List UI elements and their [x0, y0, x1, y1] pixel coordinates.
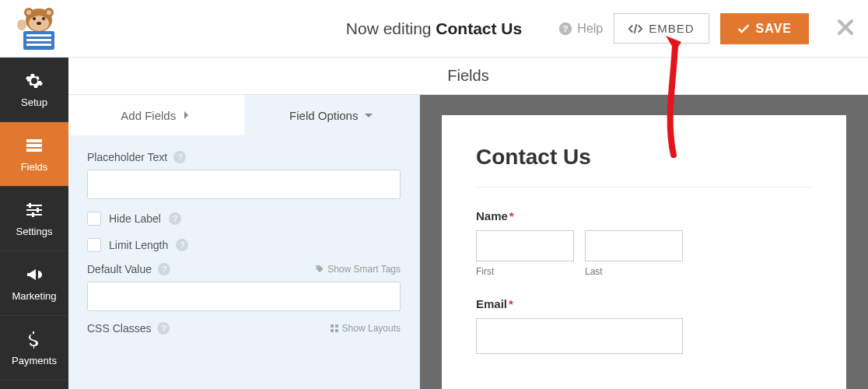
default-value-input[interactable] [87, 282, 401, 311]
placeholder-row: Placeholder Text ? [87, 151, 401, 199]
link-text: Show Layouts [342, 323, 401, 334]
sidebar-item-marketing[interactable]: Marketing [0, 251, 68, 316]
svg-rect-11 [26, 34, 51, 37]
app-logo [8, 6, 62, 51]
options-form: Placeholder Text ? Hide Label ? Limit Le… [68, 135, 419, 344]
embed-button[interactable]: EMBED [614, 13, 709, 44]
tag-icon [315, 265, 324, 274]
required-marker: * [509, 297, 513, 310]
svg-rect-23 [37, 208, 39, 212]
dollar-icon [25, 330, 44, 349]
email-input[interactable] [476, 318, 683, 354]
svg-rect-20 [26, 209, 42, 211]
link-text: Show Smart Tags [327, 264, 401, 275]
save-button[interactable]: SAVE [720, 13, 809, 44]
main-area: Setup Fields Settings Marketing Payments… [0, 58, 868, 389]
list-icon [25, 136, 44, 155]
svg-rect-12 [26, 39, 51, 41]
sidebar-label: Settings [16, 226, 53, 237]
top-bar: Now editing Contact Us ? Help EMBED SAVE [0, 0, 868, 58]
sidebar-item-fields[interactable]: Fields [0, 122, 68, 187]
tab-field-options[interactable]: Field Options [244, 95, 420, 135]
svg-rect-28 [335, 329, 338, 332]
svg-point-7 [42, 17, 45, 20]
last-name-input[interactable] [585, 230, 683, 261]
help-icon[interactable]: ? [173, 151, 186, 163]
show-layouts-link[interactable]: Show Layouts [330, 323, 401, 334]
svg-point-8 [37, 22, 41, 25]
label-text: Default Value [87, 263, 152, 275]
label-text: Placeholder Text [87, 151, 167, 163]
help-icon[interactable]: ? [158, 263, 170, 275]
sidebar-label: Setup [21, 96, 47, 108]
email-label: Email* [476, 297, 812, 310]
svg-point-4 [47, 10, 51, 15]
limit-length-checkbox[interactable] [87, 238, 101, 252]
label-text: Hide Label [109, 212, 161, 225]
code-icon [628, 23, 642, 34]
work-row: Add Fields Field Options Placeholder Tex… [68, 95, 868, 389]
svg-text:?: ? [563, 23, 569, 33]
first-sublabel: First [476, 266, 574, 277]
tab-add-fields[interactable]: Add Fields [68, 95, 244, 135]
help-link[interactable]: ? Help [558, 22, 603, 36]
hide-label-checkbox[interactable] [87, 212, 101, 226]
tab-label: Field Options [289, 109, 358, 122]
form-title: Contact Us [436, 19, 522, 37]
grid-icon [330, 324, 339, 333]
sidebar-label: Payments [12, 355, 57, 366]
top-actions: ? Help EMBED SAVE [558, 13, 823, 44]
chevron-down-icon [364, 110, 373, 120]
editing-prefix: Now editing [346, 19, 436, 37]
label-text: Limit Length [109, 239, 168, 251]
svg-rect-18 [26, 149, 42, 152]
svg-point-6 [33, 17, 36, 20]
sidebar: Setup Fields Settings Marketing Payments [0, 58, 68, 389]
svg-point-9 [17, 19, 26, 30]
svg-rect-26 [335, 324, 338, 328]
gear-icon [25, 72, 44, 90]
css-classes-row: CSS Classes ? Show Layouts [87, 322, 401, 335]
help-icon[interactable]: ? [169, 212, 181, 225]
preview-card: Contact Us Name* First Last [442, 115, 846, 389]
svg-rect-17 [26, 144, 42, 147]
chevron-right-icon [182, 110, 191, 120]
last-sublabel: Last [585, 266, 683, 277]
sidebar-label: Marketing [12, 290, 56, 302]
center-column: Fields Add Fields Field Options [68, 58, 868, 389]
editing-label: Now editing Contact Us [346, 19, 522, 38]
preview-title: Contact Us [476, 145, 812, 187]
sidebar-item-settings[interactable]: Settings [0, 187, 68, 251]
svg-rect-25 [331, 324, 334, 328]
bullhorn-icon [25, 265, 44, 284]
first-name-input[interactable] [476, 230, 574, 261]
close-button[interactable] [823, 16, 868, 41]
options-tabs: Add Fields Field Options [68, 95, 419, 135]
default-value-row: Default Value ? Show Smart Tags [87, 263, 401, 311]
svg-rect-13 [26, 44, 51, 46]
embed-label: EMBED [649, 22, 694, 35]
section-title: Fields [68, 58, 868, 95]
limit-length-row[interactable]: Limit Length ? [87, 238, 401, 252]
check-icon [737, 23, 750, 34]
svg-rect-27 [331, 329, 334, 332]
sidebar-item-payments[interactable]: Payments [0, 316, 68, 380]
placeholder-input[interactable] [87, 170, 401, 199]
close-icon [837, 19, 854, 36]
svg-point-3 [26, 10, 31, 15]
tab-label: Add Fields [121, 109, 176, 122]
required-marker: * [509, 209, 514, 223]
name-inputs: First Last [476, 230, 812, 277]
sidebar-item-setup[interactable]: Setup [0, 58, 68, 122]
help-icon[interactable]: ? [176, 239, 188, 251]
sliders-icon [25, 201, 44, 219]
help-label: Help [577, 22, 603, 36]
help-icon[interactable]: ? [157, 322, 170, 335]
svg-rect-16 [26, 139, 42, 142]
save-label: SAVE [756, 22, 792, 36]
hide-label-row[interactable]: Hide Label ? [87, 212, 401, 226]
name-label: Name* [476, 209, 812, 223]
sidebar-label: Fields [21, 161, 48, 173]
smart-tags-link[interactable]: Show Smart Tags [315, 264, 401, 275]
placeholder-label-row: Placeholder Text ? [87, 151, 401, 163]
